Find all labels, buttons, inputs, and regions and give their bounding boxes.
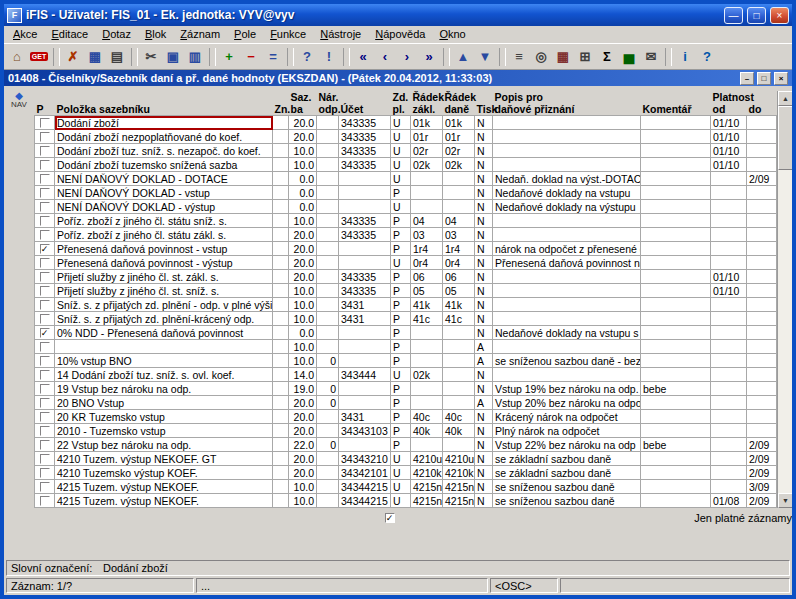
cell-od[interactable] <box>711 354 747 368</box>
cell-zn[interactable] <box>273 312 289 326</box>
cell-rdane[interactable]: 01k <box>443 116 475 130</box>
cell-odp[interactable] <box>317 298 339 312</box>
cell-odp[interactable] <box>317 284 339 298</box>
row-checkbox[interactable] <box>35 284 55 298</box>
cell-sazba[interactable]: 20.0 <box>289 228 317 242</box>
cell-do[interactable] <box>747 256 777 270</box>
cell-do[interactable] <box>747 410 777 424</box>
menu-nastroje[interactable]: Nástroje <box>313 27 368 42</box>
cell-rzakl[interactable]: 4210k <box>411 466 443 480</box>
row-checkbox[interactable] <box>35 494 55 508</box>
cell-tisk[interactable]: N <box>475 228 493 242</box>
cell-popis[interactable]: Vstup 20% bez nároku na odpočet <box>493 396 641 410</box>
cell-ucet[interactable]: 343335 <box>339 130 391 144</box>
row-checkbox[interactable] <box>35 340 55 354</box>
cell-tisk[interactable]: N <box>475 410 493 424</box>
cell-nazev[interactable]: Dodání zboží tuzemsko snížená sazba <box>55 158 273 172</box>
cell-od[interactable] <box>711 382 747 396</box>
cell-rzakl[interactable]: 1r4 <box>411 242 443 256</box>
cell-sazba[interactable]: 10.0 <box>289 312 317 326</box>
cell-rzakl[interactable]: 01r <box>411 130 443 144</box>
cell-rdane[interactable] <box>443 438 475 452</box>
cell-ucet[interactable]: 343335 <box>339 158 391 172</box>
cell-tisk[interactable]: N <box>475 326 493 340</box>
cell-komentar[interactable] <box>641 214 711 228</box>
cell-rdane[interactable]: 06 <box>443 270 475 284</box>
cell-ucet[interactable]: 3431 <box>339 410 391 424</box>
print-icon[interactable]: ▤ <box>106 46 128 68</box>
cell-nazev[interactable]: 19 Vstup bez nároku na odp. <box>55 382 273 396</box>
cell-ucet[interactable] <box>339 186 391 200</box>
cell-rzakl[interactable] <box>411 396 443 410</box>
cell-do[interactable] <box>747 270 777 284</box>
row-checkbox[interactable] <box>35 200 55 214</box>
cell-ucet[interactable]: 343335 <box>339 116 391 130</box>
last-record-icon[interactable]: » <box>418 46 440 68</box>
cell-tisk[interactable]: N <box>475 158 493 172</box>
cell-odp[interactable]: 0 <box>317 438 339 452</box>
cell-ucet[interactable]: 343335 <box>339 214 391 228</box>
cell-ucet[interactable]: 34344215 <box>339 494 391 508</box>
copy-icon[interactable]: ▣ <box>162 46 184 68</box>
cell-ucet[interactable]: 34343210 <box>339 452 391 466</box>
row-checkbox[interactable] <box>35 312 55 326</box>
cell-od[interactable] <box>711 396 747 410</box>
execute-query-icon[interactable]: ! <box>318 46 340 68</box>
cell-rdane[interactable] <box>443 186 475 200</box>
cell-do[interactable] <box>747 144 777 158</box>
cell-zn[interactable] <box>273 438 289 452</box>
cell-odp[interactable] <box>317 214 339 228</box>
cell-rzakl[interactable]: 04 <box>411 214 443 228</box>
cell-do[interactable] <box>747 186 777 200</box>
cell-ucet[interactable]: 343335 <box>339 270 391 284</box>
cell-od[interactable] <box>711 466 747 480</box>
menu-funkce[interactable]: Funkce <box>263 27 313 42</box>
cell-rzakl[interactable] <box>411 340 443 354</box>
cell-odp[interactable] <box>317 312 339 326</box>
paste-icon[interactable]: ▥ <box>184 46 206 68</box>
cell-zn[interactable] <box>273 396 289 410</box>
cell-rzakl[interactable]: 02k <box>411 158 443 172</box>
cell-rzakl[interactable] <box>411 186 443 200</box>
cell-popis[interactable]: se sníženou sazbou daně - bez nár. <box>493 354 641 368</box>
cell-popis[interactable]: se sníženou sazbou daně <box>493 494 641 508</box>
cell-zn[interactable] <box>273 200 289 214</box>
cell-do[interactable] <box>747 214 777 228</box>
cell-odp[interactable] <box>317 424 339 438</box>
cell-komentar[interactable] <box>641 396 711 410</box>
cell-zdpl[interactable]: P <box>391 284 411 298</box>
cell-komentar[interactable] <box>641 326 711 340</box>
cell-sazba[interactable]: 20.0 <box>289 396 317 410</box>
cell-popis[interactable]: Nedaň. doklad na výst.-DOTACE <box>493 172 641 186</box>
cell-tisk[interactable]: A <box>475 354 493 368</box>
cell-tisk[interactable]: N <box>475 144 493 158</box>
cell-tisk[interactable]: N <box>475 298 493 312</box>
cell-ucet[interactable]: 34342101 <box>339 466 391 480</box>
row-checkbox[interactable] <box>35 228 55 242</box>
cell-rdane[interactable]: 02k <box>443 158 475 172</box>
cell-rzakl[interactable]: 40k <box>411 424 443 438</box>
cell-nazev[interactable]: 4210 Tuzemsko výstup KOEF. <box>55 466 273 480</box>
cell-sazba[interactable]: 20.0 <box>289 410 317 424</box>
row-checkbox[interactable]: ✓ <box>35 326 55 340</box>
cell-do[interactable] <box>747 130 777 144</box>
cell-od[interactable]: 01/08 <box>711 494 747 508</box>
row-checkbox[interactable] <box>35 214 55 228</box>
cell-zdpl[interactable]: P <box>391 410 411 424</box>
cell-rzakl[interactable]: 06 <box>411 270 443 284</box>
cell-zdpl[interactable]: U <box>391 480 411 494</box>
cell-rdane[interactable] <box>443 340 475 354</box>
clear-icon[interactable]: ✗ <box>62 46 84 68</box>
cell-zdpl[interactable]: P <box>391 340 411 354</box>
cell-komentar[interactable] <box>641 256 711 270</box>
cell-zn[interactable] <box>273 354 289 368</box>
cell-rdane[interactable]: 40c <box>443 410 475 424</box>
cell-ucet[interactable] <box>339 438 391 452</box>
cell-popis[interactable] <box>493 270 641 284</box>
cell-do[interactable] <box>747 158 777 172</box>
cell-zdpl[interactable]: U <box>391 200 411 214</box>
cell-rdane[interactable]: 41k <box>443 298 475 312</box>
cell-zdpl[interactable]: U <box>391 116 411 130</box>
cell-nazev[interactable]: 22 Vstup bez nároku na odp. <box>55 438 273 452</box>
cell-popis[interactable]: nárok na odpočet z přenesené daň. <box>493 242 641 256</box>
